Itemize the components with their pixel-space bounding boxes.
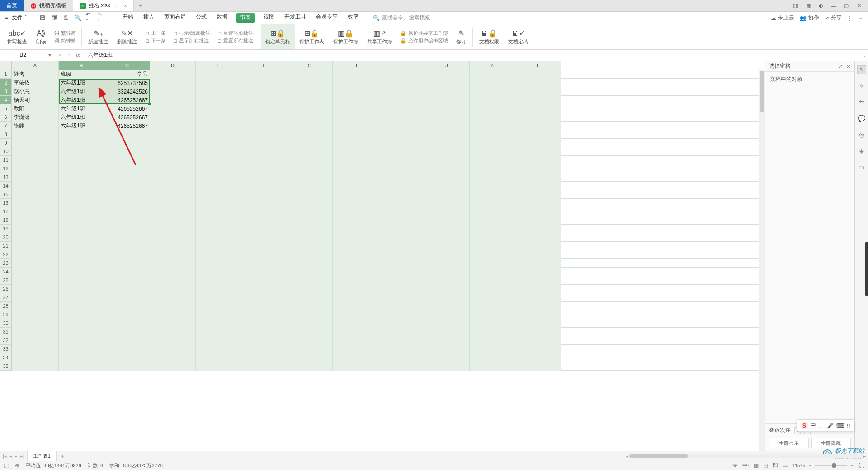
row-header-17[interactable]: 17 <box>0 207 12 216</box>
user-icon[interactable]: ◐ <box>816 2 826 10</box>
more-icon[interactable]: ⋮ <box>847 15 853 21</box>
cell[interactable] <box>515 199 561 207</box>
cell[interactable] <box>150 87 196 96</box>
cell[interactable] <box>333 139 378 147</box>
cell[interactable] <box>150 345 196 353</box>
cell[interactable] <box>196 113 241 122</box>
ime-indicator[interactable]: S 中 、 🎤 ⌨ ⁝⁝ <box>797 419 854 432</box>
right-drag-handle[interactable] <box>865 242 868 296</box>
cell[interactable]: 3324242526 <box>104 87 150 96</box>
cell[interactable]: 学号 <box>104 70 150 79</box>
cell[interactable] <box>287 259 333 268</box>
row-header-31[interactable]: 31 <box>0 328 12 336</box>
cell[interactable] <box>12 259 59 268</box>
cell[interactable] <box>333 259 378 268</box>
cell[interactable] <box>241 216 287 225</box>
cell[interactable] <box>287 104 333 113</box>
cell[interactable] <box>515 225 561 233</box>
cell[interactable] <box>470 199 515 207</box>
cell[interactable] <box>12 345 59 353</box>
ribbon-docperm[interactable]: 🗎🔒文档权限 <box>475 24 504 49</box>
cell[interactable] <box>470 139 515 147</box>
status-misc-icon[interactable]: ⊕ <box>15 462 19 469</box>
cell[interactable] <box>378 345 424 353</box>
row-header-32[interactable]: 32 <box>0 336 12 345</box>
ime-keyboard-icon[interactable]: ⌨ <box>836 423 844 429</box>
cell[interactable] <box>378 233 424 242</box>
cell[interactable] <box>59 139 104 147</box>
cell[interactable] <box>150 164 196 173</box>
cell[interactable] <box>150 302 196 310</box>
cell[interactable] <box>287 190 333 199</box>
cell[interactable] <box>241 173 287 182</box>
file-menu[interactable]: 文件 ˅ <box>12 14 27 22</box>
row-header-1[interactable]: 1 <box>0 70 12 79</box>
cell[interactable] <box>150 259 196 268</box>
cell[interactable] <box>515 276 561 285</box>
cell[interactable] <box>241 156 287 164</box>
fx-icon[interactable]: fx <box>76 52 80 58</box>
cell[interactable] <box>196 268 241 276</box>
cell[interactable] <box>470 250 515 259</box>
cell[interactable] <box>287 362 333 371</box>
cell[interactable] <box>241 79 287 87</box>
cell[interactable] <box>515 147 561 156</box>
status-mode-icon[interactable]: ⬚ <box>4 462 9 469</box>
cell[interactable]: 4265252667 <box>104 96 150 104</box>
cell[interactable] <box>150 310 196 319</box>
cell[interactable] <box>59 164 104 173</box>
cell[interactable] <box>150 147 196 156</box>
cell[interactable] <box>287 216 333 225</box>
row-header-20[interactable]: 20 <box>0 233 12 242</box>
cell[interactable] <box>287 233 333 242</box>
cell[interactable] <box>515 87 561 96</box>
row-header-25[interactable]: 25 <box>0 276 12 285</box>
cell[interactable] <box>378 268 424 276</box>
maximize-button[interactable]: ▢ <box>842 2 851 10</box>
cell[interactable] <box>104 242 150 250</box>
cell[interactable] <box>424 173 470 182</box>
view-read-icon[interactable]: ▭ <box>783 462 788 469</box>
cell[interactable] <box>333 207 378 216</box>
cell[interactable] <box>12 233 59 242</box>
cell[interactable] <box>424 302 470 310</box>
cell[interactable] <box>196 199 241 207</box>
row-header-34[interactable]: 34 <box>0 353 12 362</box>
cell[interactable] <box>150 336 196 345</box>
cell[interactable] <box>196 353 241 362</box>
cell[interactable] <box>424 190 470 199</box>
cell[interactable]: 六年级1班 <box>59 113 104 122</box>
cell[interactable] <box>59 173 104 182</box>
cell[interactable] <box>104 328 150 336</box>
cell[interactable] <box>333 113 378 122</box>
col-header-D[interactable]: D <box>150 61 196 70</box>
cell[interactable] <box>515 122 561 130</box>
cell[interactable] <box>470 268 515 276</box>
name-box[interactable]: B2 ▾ <box>0 50 54 61</box>
ribbon-read[interactable]: A⟫朗读 <box>32 24 51 49</box>
cell[interactable] <box>12 362 59 371</box>
row-header-12[interactable]: 12 <box>0 164 12 173</box>
cell[interactable] <box>59 285 104 293</box>
cell[interactable] <box>150 285 196 293</box>
tab-insert[interactable]: 插入 <box>142 13 155 23</box>
cell[interactable] <box>515 190 561 199</box>
cell[interactable] <box>104 225 150 233</box>
cell[interactable] <box>424 87 470 96</box>
cell[interactable] <box>424 293 470 302</box>
col-header-I[interactable]: I <box>378 61 424 70</box>
cell[interactable]: 赵小慧 <box>12 87 59 96</box>
tab-view[interactable]: 视图 <box>263 13 275 23</box>
collapse-ribbon-icon[interactable]: ︿ <box>858 14 863 22</box>
apps-icon[interactable]: ▦ <box>804 2 813 10</box>
cell[interactable] <box>333 319 378 328</box>
preview-icon[interactable]: 🔍 <box>74 14 82 22</box>
cell[interactable] <box>378 173 424 182</box>
cell[interactable] <box>104 233 150 242</box>
sheet-add-button[interactable]: ＋ <box>57 451 69 461</box>
cell[interactable] <box>12 336 59 345</box>
cell[interactable] <box>515 139 561 147</box>
saveas-icon[interactable]: 🗐 <box>50 14 58 22</box>
cell[interactable] <box>470 225 515 233</box>
cell[interactable] <box>196 319 241 328</box>
